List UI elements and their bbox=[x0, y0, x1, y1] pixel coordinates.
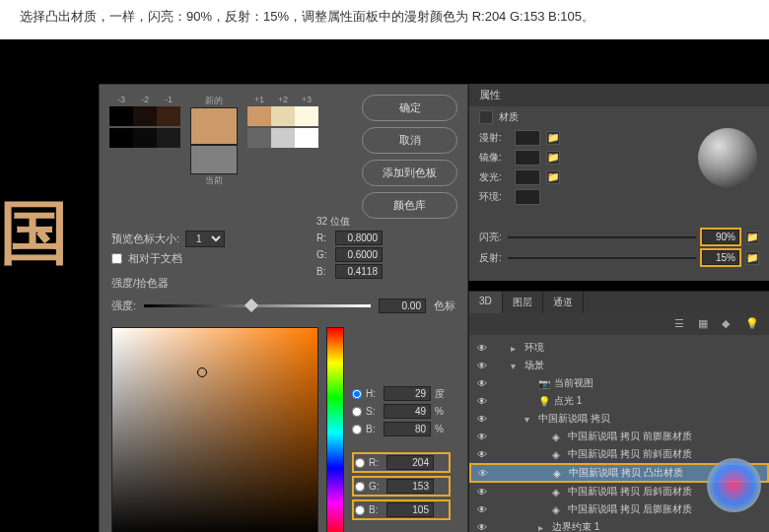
visibility-eye-icon[interactable]: 👁 bbox=[477, 396, 489, 407]
intensity-section-label: 强度/拾色器 bbox=[100, 268, 467, 295]
layer-item[interactable]: 👁▾场景 bbox=[469, 357, 769, 374]
intensity-label: 强度: bbox=[111, 299, 136, 313]
specular-label: 镜像: bbox=[479, 151, 509, 165]
current-color-swatch[interactable] bbox=[190, 145, 238, 174]
layer-item[interactable]: 👁◈中国新说唱 拷贝 前膨胀材质 bbox=[469, 428, 769, 445]
visibility-eye-icon[interactable]: 👁 bbox=[477, 449, 489, 460]
light-icon: 💡 bbox=[538, 396, 550, 406]
mat-icon: ◈ bbox=[552, 504, 564, 514]
layer-label: 环境 bbox=[524, 341, 544, 355]
layer-item[interactable]: 👁💡点光 1 bbox=[469, 392, 769, 410]
visibility-eye-icon[interactable]: 👁 bbox=[477, 504, 489, 515]
layer-item[interactable]: 👁📷当前视图 bbox=[469, 374, 769, 392]
layer-label: 中国新说唱 拷贝 前斜面材质 bbox=[568, 447, 692, 461]
tab-layers[interactable]: 图层 bbox=[503, 292, 543, 313]
intensity-input[interactable] bbox=[379, 299, 426, 313]
ambient-label: 环境: bbox=[479, 190, 509, 204]
g-radio[interactable] bbox=[355, 482, 365, 492]
mat-icon: ◈ bbox=[552, 432, 564, 441]
workspace: 国 -3 -2 -1 新的 当前 bbox=[0, 39, 769, 532]
bl-radio[interactable] bbox=[355, 505, 365, 515]
current-label: 当前 bbox=[205, 174, 223, 187]
s-radio[interactable] bbox=[352, 407, 362, 417]
visibility-eye-icon[interactable]: 👁 bbox=[477, 361, 489, 371]
specular-swatch[interactable] bbox=[515, 150, 540, 166]
bits-r-input[interactable] bbox=[335, 231, 383, 245]
bits-g-input[interactable] bbox=[335, 247, 383, 262]
folder-icon[interactable]: 📁 bbox=[546, 131, 560, 145]
layer-label: 当前视图 bbox=[554, 376, 594, 390]
relative-doc-checkbox[interactable] bbox=[111, 253, 122, 264]
b-input[interactable] bbox=[384, 422, 431, 436]
diffuse-swatch[interactable] bbox=[515, 130, 540, 146]
visibility-eye-icon[interactable]: 👁 bbox=[477, 522, 489, 533]
reflect-slider[interactable] bbox=[508, 257, 696, 259]
toggle-icon[interactable]: ▾ bbox=[511, 361, 521, 371]
toggle-icon[interactable]: ▸ bbox=[538, 522, 548, 533]
material-preview-sphere bbox=[698, 128, 757, 187]
layer-label: 中国新说唱 拷贝 凸出材质 bbox=[569, 466, 683, 480]
swatch-row-warm2[interactable] bbox=[247, 106, 318, 126]
light-icon[interactable]: 💡 bbox=[745, 317, 759, 331]
shine-slider[interactable] bbox=[508, 236, 696, 238]
visibility-eye-icon[interactable]: 👁 bbox=[478, 468, 490, 479]
mesh-icon[interactable]: ▦ bbox=[698, 317, 712, 331]
layer-label: 点光 1 bbox=[554, 394, 582, 408]
properties-title: 属性 bbox=[479, 88, 501, 102]
visibility-eye-icon[interactable]: 👁 bbox=[477, 432, 489, 442]
layer-item[interactable]: 👁▸环境 bbox=[469, 339, 769, 357]
g-input[interactable] bbox=[386, 479, 434, 494]
toggle-icon[interactable]: ▾ bbox=[524, 414, 534, 425]
layer-label: 中国新说唱 拷贝 前膨胀材质 bbox=[568, 430, 692, 443]
mat-icon: ◈ bbox=[552, 487, 564, 497]
filter-icon[interactable]: ☰ bbox=[674, 317, 688, 331]
tab-channels[interactable]: 通道 bbox=[543, 292, 584, 313]
layer-item[interactable]: 👁▸边界约束 1 bbox=[469, 518, 769, 532]
b2-input[interactable] bbox=[386, 502, 434, 517]
b-radio[interactable] bbox=[352, 425, 362, 434]
material-icon bbox=[479, 110, 493, 124]
preview-size-select[interactable]: 1 bbox=[185, 231, 225, 247]
folder-icon[interactable]: 📁 bbox=[546, 170, 560, 184]
swatch-row-gray2[interactable] bbox=[247, 128, 318, 148]
diffuse-label: 漫射: bbox=[479, 131, 509, 145]
folder-icon[interactable]: 📁 bbox=[546, 151, 560, 165]
ambient-swatch[interactable] bbox=[515, 189, 540, 205]
visibility-eye-icon[interactable]: 👁 bbox=[477, 378, 489, 389]
r-input[interactable] bbox=[386, 455, 434, 470]
camera-icon: 📷 bbox=[538, 378, 550, 388]
color-field[interactable] bbox=[111, 327, 318, 532]
visibility-eye-icon[interactable]: 👁 bbox=[477, 414, 489, 425]
r-radio[interactable] bbox=[355, 458, 365, 468]
shine-input[interactable] bbox=[702, 230, 739, 244]
new-color-swatch[interactable] bbox=[190, 107, 238, 145]
layer-label: 边界约束 1 bbox=[552, 520, 599, 532]
folder-icon[interactable]: 📁 bbox=[745, 251, 759, 265]
h-radio[interactable] bbox=[352, 389, 362, 399]
swatch-scale-right: +1 +2 +3 bbox=[247, 95, 318, 219]
swatch-row-warm[interactable] bbox=[109, 106, 180, 126]
layer-item[interactable]: 👁▾中国新说唱 拷贝 bbox=[469, 410, 769, 428]
add-swatch-button[interactable]: 添加到色板 bbox=[362, 160, 457, 186]
material-subtitle: 材质 bbox=[499, 110, 519, 124]
tab-3d[interactable]: 3D bbox=[469, 292, 503, 313]
cancel-button[interactable]: 取消 bbox=[362, 127, 457, 154]
folder-icon[interactable]: 📁 bbox=[745, 231, 759, 244]
material-filter-icon[interactable]: ◆ bbox=[722, 317, 735, 331]
ok-button[interactable]: 确定 bbox=[362, 95, 457, 121]
toggle-icon[interactable]: ▸ bbox=[511, 343, 521, 354]
bits-b-input[interactable] bbox=[335, 264, 383, 279]
intensity-unit: 色标 bbox=[434, 299, 455, 313]
visibility-eye-icon[interactable]: 👁 bbox=[477, 343, 489, 354]
swatch-row-gray[interactable] bbox=[109, 128, 180, 148]
glow-swatch[interactable] bbox=[515, 169, 540, 185]
reflect-input[interactable] bbox=[702, 250, 739, 265]
mat-icon: ◈ bbox=[553, 468, 565, 478]
preview-size-label: 预览色标大小: bbox=[111, 232, 179, 246]
s-input[interactable] bbox=[384, 404, 431, 419]
swatch-scale: -3 -2 -1 bbox=[109, 95, 180, 219]
hue-strip[interactable] bbox=[326, 327, 344, 532]
intensity-slider[interactable] bbox=[144, 304, 371, 307]
h-input[interactable] bbox=[384, 386, 431, 401]
visibility-eye-icon[interactable]: 👁 bbox=[477, 487, 489, 498]
